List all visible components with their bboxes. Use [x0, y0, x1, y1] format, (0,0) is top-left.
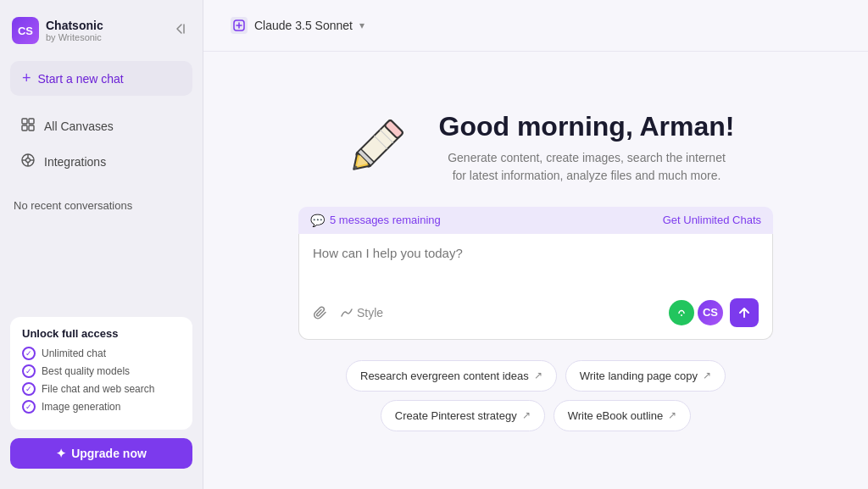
main-body: Good morning, Arman! Generate content, c…	[203, 52, 868, 489]
unlock-item-2: ✓ File chat and web search	[22, 382, 181, 396]
unlock-item-label-1: Best quality models	[42, 365, 130, 377]
main-header: Claude 3.5 Sonnet ▾	[203, 0, 868, 52]
arrow-icon-2: ↗	[522, 409, 531, 421]
chevron-down-icon: ▾	[359, 19, 364, 31]
greeting-sub-line2: for latest information, analyze files an…	[453, 169, 721, 182]
greeting-text-area: Good morning, Arman! Generate content, c…	[438, 111, 734, 185]
send-button[interactable]	[730, 298, 759, 327]
sidebar-item-canvases[interactable]: All Canvases	[10, 109, 192, 143]
unlock-item-label-2: File chat and web search	[42, 383, 154, 395]
canvases-label: All Canvases	[44, 119, 114, 133]
suggestion-label-0: Research evergreen content ideas	[360, 370, 529, 382]
canvases-icon	[20, 117, 36, 136]
chat-input-container: 💬 5 messages remaining Get Unlimited Cha…	[298, 207, 773, 340]
svg-rect-4	[29, 125, 34, 131]
suggestion-chip-0[interactable]: Research evergreen content ideas ↗	[346, 360, 557, 392]
get-unlimited-link[interactable]: Get Unlimited Chats	[663, 214, 761, 226]
messages-banner: 💬 5 messages remaining Get Unlimited Cha…	[298, 207, 773, 234]
logo-title: Chatsonic	[46, 19, 103, 32]
chat-input-right: CS	[669, 298, 759, 327]
chat-input-field[interactable]	[313, 246, 759, 288]
unlock-item-0: ✓ Unlimited chat	[22, 347, 181, 360]
arrow-icon-3: ↗	[668, 409, 676, 421]
messages-remaining-area: 💬 5 messages remaining	[310, 214, 441, 227]
chatsonic-agent-icon: CS	[698, 300, 723, 325]
integrations-label: Integrations	[44, 155, 106, 169]
logo-subtitle: by Writesonic	[46, 32, 103, 42]
suggestion-label-1: Write landing page copy	[580, 370, 698, 382]
svg-rect-1	[22, 119, 27, 124]
main-content: Claude 3.5 Sonnet ▾	[203, 0, 868, 489]
chat-bubble-icon: 💬	[310, 214, 325, 227]
arrow-icon-0: ↗	[534, 370, 542, 381]
svg-rect-3	[22, 125, 27, 131]
svg-rect-2	[29, 119, 34, 124]
svg-point-6	[26, 158, 31, 163]
unlock-item-label-0: Unlimited chat	[42, 347, 106, 359]
sonic-agent-icon	[669, 300, 694, 325]
logo-icon: CS	[12, 17, 39, 44]
plus-icon: +	[22, 69, 31, 87]
chat-input-actions: Style CS	[313, 298, 759, 327]
suggestion-label-2: Create Pinterest strategy	[395, 409, 517, 422]
suggestion-label-3: Write eBook outline	[568, 409, 664, 422]
greeting-title: Good morning, Arman!	[438, 111, 734, 142]
no-recent-label: No recent conversations	[0, 186, 203, 219]
sidebar-nav: All Canvases Integrations	[0, 109, 203, 179]
messages-remaining-text: 5 messages remaining	[330, 214, 441, 226]
model-icon	[231, 17, 248, 34]
sidebar-item-integrations[interactable]: Integrations	[10, 145, 192, 179]
check-icon-1: ✓	[22, 364, 36, 378]
sparkle-icon: ✦	[56, 447, 66, 460]
new-chat-label: Start a new chat	[38, 72, 124, 86]
check-icon-3: ✓	[22, 400, 36, 414]
attachment-button[interactable]	[313, 305, 328, 320]
new-chat-button[interactable]: + Start a new chat	[10, 61, 192, 96]
unlock-item-label-3: Image generation	[42, 401, 120, 413]
logo-text-area: Chatsonic by Writesonic	[46, 19, 103, 42]
unlock-title: Unlock full access	[22, 327, 181, 340]
svg-point-19	[681, 314, 682, 316]
suggestions-area: Research evergreen content ideas ↗ Write…	[281, 360, 790, 431]
unlock-item-3: ✓ Image generation	[22, 400, 181, 414]
suggestion-chip-3[interactable]: Write eBook outline ↗	[554, 400, 692, 431]
sidebar-collapse-button[interactable]	[169, 18, 191, 44]
sidebar: CS Chatsonic by Writesonic + Start a new…	[0, 0, 203, 489]
upgrade-button[interactable]: ✦ Upgrade now	[10, 438, 192, 469]
suggestion-chip-2[interactable]: Create Pinterest strategy ↗	[381, 400, 545, 431]
pencil-illustration	[337, 110, 413, 186]
arrow-icon-1: ↗	[703, 370, 711, 381]
agent-icons: CS	[669, 300, 723, 325]
unlock-item-1: ✓ Best quality models	[22, 364, 181, 378]
logo-area: CS Chatsonic by Writesonic	[12, 17, 103, 44]
sidebar-header: CS Chatsonic by Writesonic	[0, 10, 203, 58]
chat-input-left: Style	[313, 305, 383, 320]
suggestion-chip-1[interactable]: Write landing page copy ↗	[565, 360, 726, 392]
model-name: Claude 3.5 Sonnet	[254, 19, 353, 32]
svg-point-18	[676, 308, 687, 318]
greeting-sub-line1: Generate content, create images, search …	[448, 151, 726, 164]
greeting-area: Good morning, Arman! Generate content, c…	[337, 110, 734, 186]
style-label: Style	[357, 306, 383, 320]
upgrade-label: Upgrade now	[71, 447, 147, 460]
model-selector[interactable]: Claude 3.5 Sonnet ▾	[220, 12, 375, 39]
integrations-icon	[20, 153, 36, 171]
check-icon-0: ✓	[22, 347, 36, 360]
style-button[interactable]: Style	[340, 306, 383, 320]
unlock-box: Unlock full access ✓ Unlimited chat ✓ Be…	[10, 317, 192, 430]
sidebar-bottom: Unlock full access ✓ Unlimited chat ✓ Be…	[0, 307, 203, 479]
check-icon-2: ✓	[22, 382, 36, 396]
chat-input-box: Style CS	[298, 234, 773, 340]
greeting-subtitle: Generate content, create images, search …	[438, 149, 734, 185]
